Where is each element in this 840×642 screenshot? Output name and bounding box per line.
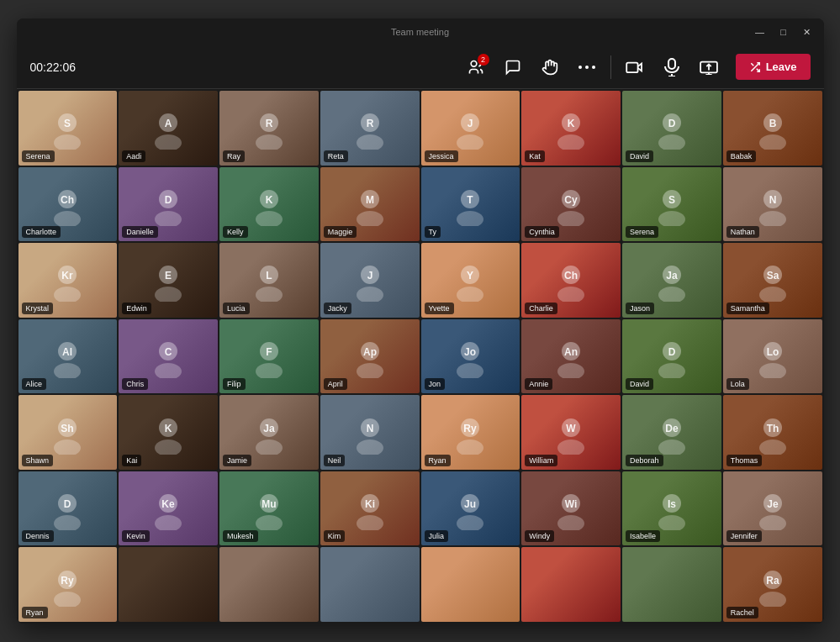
participant-name-label: Edwin	[122, 303, 151, 314]
video-cell[interactable]	[521, 547, 621, 622]
video-cell[interactable]: K Kelly	[219, 167, 319, 242]
video-cell[interactable]: M Maggie	[320, 167, 420, 242]
svg-point-63	[155, 287, 182, 302]
video-cell[interactable]: N Neil	[320, 395, 420, 470]
video-cell[interactable]: Cy Cynthia	[521, 167, 621, 242]
svg-rect-5	[668, 59, 675, 69]
svg-point-150	[658, 515, 685, 530]
video-cell[interactable]: Jo Jon	[421, 319, 520, 394]
video-cell[interactable]: Ja Jason	[622, 243, 721, 318]
participant-name-label: Reta	[324, 150, 348, 162]
video-cell[interactable]: An Annie	[521, 319, 621, 394]
video-cell[interactable]: D Danielle	[119, 167, 218, 242]
video-cell[interactable]: N Nathan	[723, 167, 822, 242]
video-cell[interactable]	[320, 547, 420, 622]
video-cell[interactable]: B Babak	[723, 91, 822, 166]
microphone-button[interactable]	[655, 50, 689, 84]
video-cell[interactable]: Sh Shawn	[18, 395, 118, 470]
maximize-button[interactable]: □	[777, 27, 790, 38]
video-cell[interactable]: J Jacky	[320, 243, 420, 318]
video-cell[interactable]: Al Alice	[18, 319, 118, 394]
video-cell[interactable]: Mu Mukesh	[219, 471, 319, 546]
video-cell[interactable]: F Filip	[219, 319, 319, 394]
video-cell[interactable]: K Kat	[521, 91, 621, 166]
video-cell[interactable]	[622, 547, 721, 622]
participant-avatar	[219, 547, 319, 622]
svg-text:Ja: Ja	[263, 423, 275, 434]
svg-point-75	[557, 287, 584, 302]
video-cell[interactable]: Ry Ryan	[18, 547, 118, 622]
video-cell[interactable]: D David	[622, 91, 721, 166]
svg-point-30	[658, 134, 685, 150]
svg-point-147	[557, 515, 584, 530]
svg-point-126	[658, 439, 685, 455]
video-cell[interactable]: K Kai	[119, 395, 218, 470]
video-cell[interactable]: De Deborah	[622, 395, 721, 470]
video-cell[interactable]: A Aadi	[119, 91, 218, 166]
close-button[interactable]: ✕	[800, 27, 814, 38]
video-cell[interactable]: Je Jennifer	[723, 471, 822, 546]
svg-point-108	[54, 439, 81, 455]
video-cell[interactable]: J Jessica	[421, 91, 520, 166]
video-cell[interactable]: W William	[521, 395, 621, 470]
participant-name-label: Lucia	[223, 303, 250, 314]
svg-point-3	[592, 66, 595, 69]
video-cell[interactable]: Ke Kevin	[119, 471, 218, 546]
svg-text:Kr: Kr	[62, 270, 74, 282]
leave-button[interactable]: Leave	[736, 54, 811, 80]
video-cell[interactable]: Ju Julia	[421, 471, 520, 546]
video-cell[interactable]: Lo Lola	[723, 319, 822, 394]
video-cell[interactable]: R Ray	[219, 91, 319, 166]
video-cell[interactable]: L Lucia	[219, 243, 319, 318]
svg-text:A: A	[165, 118, 172, 129]
video-cell[interactable]: Ra Rachel	[723, 547, 822, 622]
video-cell[interactable]: T Ty	[421, 167, 520, 242]
participants-button[interactable]: 2	[459, 50, 493, 84]
video-cell[interactable]: R Reta	[320, 91, 420, 166]
participant-name-label: Alice	[22, 378, 47, 390]
video-cell[interactable]: Wi Windy	[521, 471, 621, 546]
chat-button[interactable]	[496, 50, 530, 84]
video-cell[interactable]: E Edwin	[119, 243, 218, 318]
video-cell[interactable]: D David	[622, 319, 721, 394]
svg-point-99	[557, 363, 584, 378]
share-screen-button[interactable]	[692, 50, 726, 84]
video-cell[interactable]	[219, 547, 319, 622]
participant-name-label: Rachel	[726, 607, 758, 618]
video-cell[interactable]	[119, 547, 218, 622]
video-cell[interactable]: Y Yvette	[421, 243, 520, 318]
video-cell[interactable]: Is Isabelle	[622, 471, 721, 546]
video-cell[interactable]: Th Thomas	[723, 395, 822, 470]
video-cell[interactable]: Sa Samantha	[723, 243, 822, 318]
svg-text:D: D	[64, 498, 71, 510]
video-cell[interactable]: Ry Ryan	[421, 395, 520, 470]
svg-text:Ry: Ry	[464, 423, 478, 434]
video-cell[interactable]: C Chris	[119, 319, 218, 394]
video-cell[interactable]: S Serena	[622, 167, 721, 242]
video-cell[interactable]: S Serena	[18, 91, 118, 166]
minimize-button[interactable]: —	[753, 27, 767, 38]
participant-name-label: Jon	[425, 378, 446, 390]
svg-text:Ch: Ch	[61, 194, 74, 206]
participant-name-label: Julia	[425, 530, 449, 542]
svg-point-90	[256, 363, 283, 378]
svg-text:S: S	[668, 194, 675, 206]
camera-button[interactable]	[618, 50, 652, 84]
svg-text:B: B	[769, 118, 776, 129]
video-cell[interactable]: Ap April	[320, 319, 420, 394]
toolbar: 00:22:06 2	[17, 45, 824, 89]
participant-name-label: David	[626, 378, 653, 390]
video-cell[interactable]: Ch Charlie	[521, 243, 621, 318]
more-options-button[interactable]	[570, 50, 604, 84]
svg-point-93	[357, 363, 383, 378]
video-cell[interactable]	[421, 547, 520, 622]
window-controls: — □ ✕	[753, 27, 814, 38]
raise-hand-button[interactable]	[533, 50, 567, 84]
video-cell[interactable]: Ja Jamie	[219, 395, 319, 470]
video-cell[interactable]: D Dennis	[18, 471, 118, 546]
video-cell[interactable]: Ch Charlotte	[18, 167, 118, 242]
main-window: Team meeting — □ ✕ 00:22:06 2	[17, 18, 824, 624]
video-cell[interactable]: Ki Kim	[320, 471, 420, 546]
svg-text:Lo: Lo	[766, 346, 779, 358]
video-cell[interactable]: Kr Krystal	[18, 243, 118, 318]
